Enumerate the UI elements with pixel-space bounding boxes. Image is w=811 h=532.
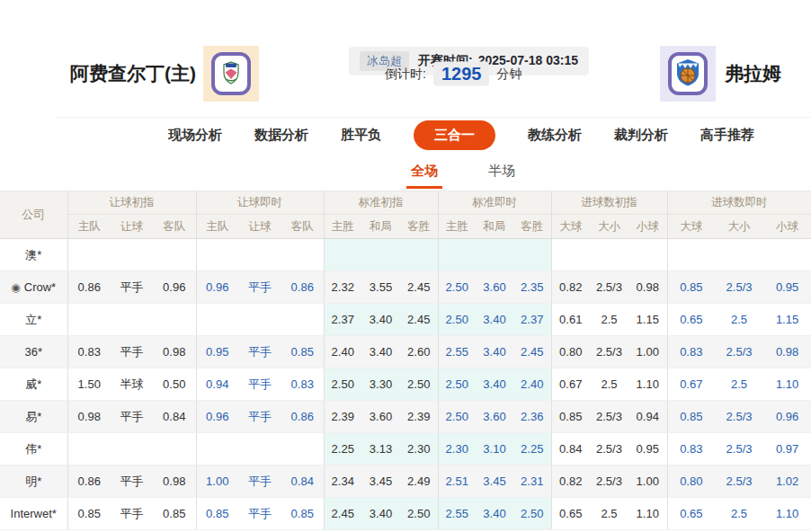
company-cell[interactable]: 明* xyxy=(0,466,67,498)
table-row: ◉Crow*0.86平手0.960.96平手0.862.323.552.452.… xyxy=(0,271,811,304)
bookmaker-icon: ◉ xyxy=(11,281,20,294)
live-odds-cell[interactable]: 2.5 xyxy=(715,368,763,401)
company-cell[interactable]: 立* xyxy=(0,304,67,336)
live-odds-cell[interactable]: 1.10 xyxy=(763,498,811,530)
live-odds-cell[interactable]: 3.40 xyxy=(476,304,513,336)
company-cell[interactable]: 伟* xyxy=(0,433,67,466)
initial-odds-cell: 0.50 xyxy=(153,368,196,401)
nav-tab-coach-analysis[interactable]: 教练分析 xyxy=(528,127,582,144)
live-odds-cell[interactable]: 2.55 xyxy=(438,498,476,530)
live-odds-cell[interactable]: 0.85 xyxy=(667,271,715,304)
live-odds-cell[interactable]: 2.25 xyxy=(513,433,551,466)
nav-tab-referee-analysis[interactable]: 裁判分析 xyxy=(614,127,668,144)
live-odds-cell[interactable]: 0.83 xyxy=(667,433,715,466)
live-odds-cell[interactable]: 2.5/3 xyxy=(715,433,763,466)
live-odds-cell[interactable]: 1.02 xyxy=(763,466,811,498)
live-odds-cell[interactable]: 0.85 xyxy=(281,336,324,368)
company-cell[interactable]: ◉Crow* xyxy=(0,271,67,304)
live-odds-cell[interactable]: 0.65 xyxy=(667,304,715,336)
live-odds-cell[interactable]: 平手 xyxy=(238,336,281,368)
initial-odds-cell xyxy=(400,239,438,271)
live-odds-cell[interactable]: 0.85 xyxy=(281,498,324,530)
live-odds-cell[interactable]: 0.98 xyxy=(763,336,811,368)
live-odds-cell[interactable]: 1.15 xyxy=(763,304,811,336)
column-sub-header: 客队 xyxy=(281,215,324,239)
live-odds-cell[interactable]: 0.96 xyxy=(763,401,811,433)
live-odds-cell[interactable]: 2.5 xyxy=(715,498,763,530)
live-odds-cell[interactable]: 平手 xyxy=(238,368,281,401)
initial-odds-cell: 0.82 xyxy=(551,271,590,304)
live-odds-cell[interactable]: 1.10 xyxy=(763,368,811,401)
live-odds-cell[interactable]: 2.36 xyxy=(513,401,551,433)
live-odds-cell[interactable]: 3.60 xyxy=(476,401,513,433)
tab-full-match[interactable]: 全场 xyxy=(406,163,442,189)
live-odds-cell[interactable]: 3.40 xyxy=(476,498,513,530)
live-odds-cell[interactable]: 2.35 xyxy=(513,271,551,304)
live-odds-cell[interactable]: 3.60 xyxy=(476,271,513,304)
live-odds-cell[interactable]: 0.95 xyxy=(196,336,238,368)
live-odds-cell[interactable]: 0.96 xyxy=(196,401,238,433)
live-odds-cell[interactable]: 平手 xyxy=(238,498,281,530)
initial-odds-cell: 2.25 xyxy=(324,433,361,466)
live-odds-cell[interactable]: 3.10 xyxy=(476,433,513,466)
live-odds-cell[interactable]: 1.00 xyxy=(196,466,238,498)
initial-odds-cell: 2.30 xyxy=(400,433,438,466)
company-cell[interactable]: 澳* xyxy=(0,239,67,271)
live-odds-cell[interactable]: 0.95 xyxy=(763,271,811,304)
live-odds-cell[interactable]: 3.40 xyxy=(476,336,513,368)
live-odds-cell[interactable]: 2.50 xyxy=(438,304,476,336)
live-odds-cell[interactable]: 3.40 xyxy=(476,368,513,401)
live-odds-cell[interactable]: 2.50 xyxy=(438,271,476,304)
live-odds-cell[interactable]: 0.83 xyxy=(281,368,324,401)
company-cell[interactable]: 威* xyxy=(0,368,67,401)
live-odds-cell[interactable]: 0.86 xyxy=(281,401,324,433)
live-odds-cell[interactable]: 2.55 xyxy=(438,336,476,368)
live-odds-cell[interactable]: 0.84 xyxy=(281,466,324,498)
live-odds-cell[interactable]: 2.30 xyxy=(438,433,476,466)
live-odds-cell[interactable]: 0.85 xyxy=(667,401,715,433)
live-odds-cell[interactable]: 2.51 xyxy=(438,466,476,498)
live-odds-cell[interactable]: 2.5 xyxy=(715,304,763,336)
live-odds-cell[interactable]: 0.96 xyxy=(196,271,238,304)
live-odds-cell[interactable]: 2.37 xyxy=(513,304,551,336)
table-row: 立*2.373.402.452.503.402.370.612.51.150.6… xyxy=(0,304,811,336)
nav-tab-data-analysis[interactable]: 数据分析 xyxy=(254,127,308,144)
nav-tab-three-in-one[interactable]: 三合一 xyxy=(414,120,495,150)
live-odds-cell[interactable]: 0.86 xyxy=(281,271,324,304)
live-odds-cell[interactable]: 平手 xyxy=(238,466,281,498)
live-odds-cell[interactable]: 0.94 xyxy=(196,368,238,401)
tab-half-match[interactable]: 半场 xyxy=(484,163,520,189)
live-odds-cell[interactable]: 0.83 xyxy=(667,336,715,368)
initial-odds-cell: 3.60 xyxy=(361,401,400,433)
nav-tab-expert-picks[interactable]: 高手推荐 xyxy=(700,127,754,144)
live-odds-cell[interactable]: 2.5/3 xyxy=(715,466,763,498)
column-sub-header: 主队 xyxy=(67,215,111,239)
live-odds-cell[interactable]: 2.31 xyxy=(513,466,551,498)
live-odds-cell xyxy=(196,239,238,271)
company-cell[interactable]: 36* xyxy=(0,336,67,368)
nav-tab-win-draw-lose[interactable]: 胜平负 xyxy=(341,127,381,144)
live-odds-cell[interactable]: 2.50 xyxy=(438,368,476,401)
live-odds-cell[interactable]: 2.5/3 xyxy=(715,336,763,368)
live-odds-cell[interactable]: 0.97 xyxy=(763,433,811,466)
live-odds-cell[interactable]: 平手 xyxy=(238,401,281,433)
live-odds-cell[interactable]: 0.65 xyxy=(667,498,715,530)
live-odds-cell[interactable]: 2.40 xyxy=(513,368,551,401)
company-cell[interactable]: Interwet* xyxy=(0,498,67,530)
nav-tab-live-analysis[interactable]: 现场分析 xyxy=(168,127,222,144)
live-odds-cell[interactable]: 3.45 xyxy=(476,466,513,498)
live-odds-cell[interactable]: 2.5/3 xyxy=(715,271,763,304)
live-odds-cell[interactable]: 0.80 xyxy=(667,466,715,498)
company-cell[interactable]: 易* xyxy=(0,401,67,433)
initial-odds-cell: 2.5/3 xyxy=(590,336,628,368)
live-odds-cell[interactable]: 2.5/3 xyxy=(715,401,763,433)
live-odds-cell[interactable]: 0.67 xyxy=(667,368,715,401)
initial-odds-cell: 2.40 xyxy=(324,336,361,368)
live-odds-cell[interactable]: 2.50 xyxy=(438,401,476,433)
live-odds-cell[interactable]: 0.85 xyxy=(196,498,238,530)
live-odds-cell[interactable]: 平手 xyxy=(238,271,281,304)
live-odds-cell[interactable]: 2.45 xyxy=(513,336,551,368)
live-odds-cell[interactable]: 2.50 xyxy=(513,498,551,530)
initial-odds-cell: 0.85 xyxy=(551,401,590,433)
column-sub-header: 客队 xyxy=(153,215,196,239)
